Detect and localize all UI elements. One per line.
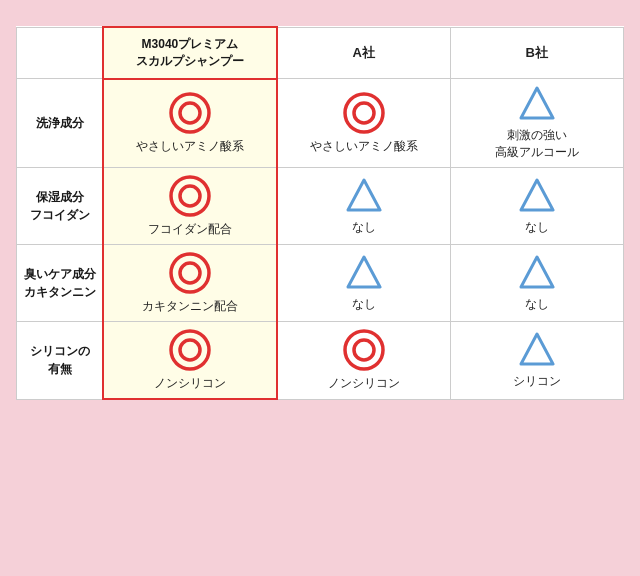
triangle-icon	[519, 177, 555, 216]
svg-point-0	[171, 94, 209, 132]
triangle-icon	[519, 85, 555, 124]
svg-marker-4	[521, 88, 553, 118]
svg-marker-8	[521, 180, 553, 210]
cell-inner: フコイダン配合	[108, 174, 271, 238]
triangle-icon	[519, 331, 555, 370]
row-label: 臭いケア成分カキタンニン	[17, 245, 104, 322]
table-row: シリコンの有無 ノンシリコン ノンシリコン シリコン	[17, 322, 624, 400]
cell-inner: ノンシリコン	[282, 328, 446, 392]
svg-marker-7	[348, 180, 380, 210]
cell-text: やさしいアミノ酸系	[136, 138, 244, 155]
cell-inner: やさしいアミノ酸系	[108, 91, 271, 155]
header-empty	[17, 27, 104, 79]
header-b: B社	[450, 27, 623, 79]
cell-inner: なし	[455, 254, 619, 313]
svg-point-10	[180, 263, 200, 283]
cell-text: なし	[525, 219, 549, 236]
cell-inner: 刺激の強い高級アルコール	[455, 85, 619, 161]
cell-inner: なし	[282, 254, 446, 313]
svg-point-9	[171, 254, 209, 292]
svg-point-16	[354, 340, 374, 360]
cell-text: やさしいアミノ酸系	[310, 138, 418, 155]
cell-text: フコイダン配合	[148, 221, 232, 238]
cell-inner: ノンシリコン	[108, 328, 271, 392]
svg-marker-11	[348, 257, 380, 287]
table-row: 洗浄成分 やさしいアミノ酸系 やさしいアミノ酸系 刺激の強い高級アルコール	[17, 79, 624, 168]
svg-marker-12	[521, 257, 553, 287]
double-circle-icon	[168, 251, 212, 295]
svg-point-14	[180, 340, 200, 360]
table-header-row: M3040プレミアムスカルプシャンプー A社 B社	[17, 27, 624, 79]
double-circle-icon	[168, 174, 212, 218]
row-label: 保湿成分フコイダン	[17, 168, 104, 245]
cell-text: シリコン	[513, 373, 561, 390]
cell-inner: やさしいアミノ酸系	[282, 91, 446, 155]
comparison-table: M3040プレミアムスカルプシャンプー A社 B社 洗浄成分 やさしいアミノ酸系…	[16, 26, 624, 400]
cell-text: カキタンニン配合	[142, 298, 238, 315]
cell-inner: なし	[282, 177, 446, 236]
table-row: 保湿成分フコイダン フコイダン配合 なし なし	[17, 168, 624, 245]
svg-point-5	[171, 177, 209, 215]
svg-point-3	[354, 103, 374, 123]
cell-text: ノンシリコン	[154, 375, 226, 392]
triangle-icon	[519, 254, 555, 293]
cell-text: なし	[352, 219, 376, 236]
triangle-icon	[346, 177, 382, 216]
row-label: シリコンの有無	[17, 322, 104, 400]
cell-inner: シリコン	[455, 331, 619, 390]
svg-point-2	[345, 94, 383, 132]
cell-text: なし	[525, 296, 549, 313]
cell-inner: なし	[455, 177, 619, 236]
svg-point-1	[180, 103, 200, 123]
comparison-table-wrap: M3040プレミアムスカルプシャンプー A社 B社 洗浄成分 やさしいアミノ酸系…	[16, 26, 624, 400]
double-circle-icon	[168, 328, 212, 372]
svg-point-15	[345, 331, 383, 369]
cell-text: ノンシリコン	[328, 375, 400, 392]
table-row: 臭いケア成分カキタンニン カキタンニン配合 なし なし	[17, 245, 624, 322]
svg-point-6	[180, 186, 200, 206]
svg-marker-17	[521, 334, 553, 364]
triangle-icon	[346, 254, 382, 293]
row-label: 洗浄成分	[17, 79, 104, 168]
double-circle-icon	[342, 91, 386, 135]
svg-point-13	[171, 331, 209, 369]
cell-text: なし	[352, 296, 376, 313]
double-circle-icon	[168, 91, 212, 135]
cell-inner: カキタンニン配合	[108, 251, 271, 315]
header-a: A社	[277, 27, 450, 79]
header-product: M3040プレミアムスカルプシャンプー	[103, 27, 276, 79]
cell-text: 刺激の強い高級アルコール	[495, 127, 579, 161]
double-circle-icon	[342, 328, 386, 372]
